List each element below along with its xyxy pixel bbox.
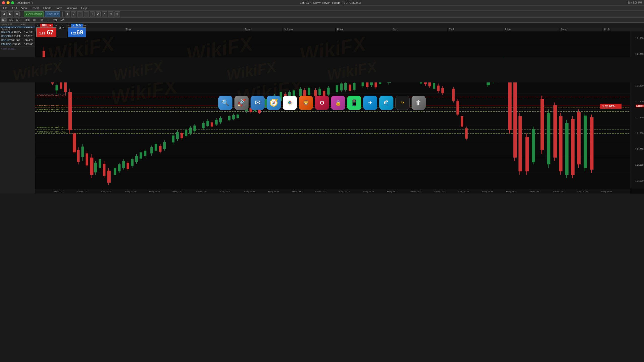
svg-rect-38 (81, 147, 84, 157)
minimize-button[interactable] (7, 1, 10, 4)
svg-rect-214 (553, 105, 557, 158)
menu-file[interactable]: File (1, 6, 10, 10)
time-21: 9 May 23:41 (530, 190, 541, 193)
tf-h1[interactable]: H1 (32, 18, 38, 22)
dock-vpn[interactable]: 🔒 (331, 96, 345, 110)
svg-rect-48 (103, 164, 105, 176)
svg-rect-44 (94, 163, 97, 172)
lot-label: Lot (61, 24, 63, 27)
time-14: 9 May 23:13 (363, 190, 374, 193)
dock-browser2[interactable]: 🌊 (379, 96, 393, 110)
arrow-button[interactable]: ↗ (102, 11, 107, 17)
svg-rect-208 (532, 129, 535, 162)
dock-telegram[interactable]: ✈ (363, 96, 377, 110)
time-1: 9 May 22:17 (54, 190, 65, 193)
crosshair-button[interactable]: ✛ (65, 11, 70, 17)
dock-trash[interactable]: 🗑 (412, 96, 426, 110)
menu-insert[interactable]: Insert (30, 6, 41, 10)
col-type: Type (243, 28, 283, 32)
toolbar-separator-1 (22, 12, 22, 17)
svg-rect-138 (327, 88, 330, 95)
tf-d1[interactable]: D1 (45, 18, 51, 22)
dock-chrome[interactable] (283, 96, 297, 110)
svg-rect-52 (114, 168, 116, 175)
watermark-bottom-4: WikiFX (326, 58, 378, 84)
line-button[interactable]: ╱ (71, 11, 76, 17)
dock-brave[interactable]: 🦁 (299, 96, 313, 110)
dock-opera[interactable]: O (315, 96, 329, 110)
time-19: 9 May 23:33 (482, 190, 493, 193)
svg-rect-42 (90, 158, 94, 175)
dock-launchpad[interactable]: 🚀 (234, 96, 249, 110)
time-20: 9 May 23:37 (506, 190, 517, 193)
forward-button[interactable]: ▶ (8, 11, 13, 17)
close-button[interactable] (2, 1, 5, 4)
dock-mail[interactable]: ✉ (251, 96, 265, 110)
menu-edit[interactable]: Edit (10, 6, 19, 10)
menu-view[interactable]: View (19, 6, 29, 10)
tf-w1[interactable]: W1 (52, 18, 58, 22)
zoom-in-button[interactable]: ⊕ (14, 11, 20, 17)
svg-rect-148 (353, 83, 355, 90)
svg-rect-84 (189, 128, 192, 133)
tf-m30[interactable]: M30 (23, 18, 31, 22)
chart-header: EURUSD,M1 1.21679 1.21669 1.21676 1.2167… (35, 23, 644, 28)
buy-label: BUY (76, 24, 81, 27)
hline-button[interactable]: ─ (77, 11, 83, 17)
tf-m5[interactable]: M5 (8, 18, 14, 22)
autotrading-icon: ▶ (26, 13, 28, 15)
sell-button[interactable]: 1.21 67 (36, 27, 57, 37)
dock-whatsapp[interactable]: 📱 (347, 96, 361, 110)
col-ask: Ask (21, 23, 34, 26)
autotrading-button[interactable]: ▶ AutoTrading (24, 11, 44, 17)
time-15: 9 May 23:17 (387, 190, 398, 193)
symbol-panel: Symbol Bid Ask EURUSD 1.21676 1.21690 15… (0, 23, 35, 194)
maximize-button[interactable] (11, 1, 14, 4)
buy-prefix: 1.21 (71, 32, 76, 35)
app-title: FXChoiceMT5 (16, 1, 33, 4)
svg-rect-26 (56, 85, 58, 90)
vline-button[interactable]: │ (84, 11, 89, 17)
svg-rect-72 (159, 146, 162, 152)
buy-button[interactable]: 1.21 69 (68, 27, 86, 37)
rect-button[interactable]: □ (108, 11, 113, 17)
time-8: 9 May 22:45 (220, 190, 231, 193)
dock-safari[interactable]: 🧭 (267, 96, 281, 110)
svg-rect-144 (344, 83, 347, 90)
watermark-bottom-2: WikiFX (112, 58, 165, 84)
svg-rect-128 (303, 90, 306, 96)
tf-m15[interactable]: M15 (15, 18, 22, 22)
percent-button[interactable]: % (114, 11, 120, 17)
symbol-row-xauusd[interactable]: XAUUSD 1832.73 1833.05 32 (0, 42, 35, 47)
svg-rect-82 (185, 130, 187, 136)
new-order-button[interactable]: New Order (45, 11, 60, 17)
svg-rect-40 (86, 153, 88, 165)
dock-finder[interactable]: 🔍 (218, 96, 232, 110)
menu-window[interactable]: Window (65, 6, 79, 10)
symbol-row-usdchf[interactable]: USDCHF 0.90058 0.90078 20 (0, 34, 35, 38)
tf-mn[interactable]: MN (59, 18, 66, 22)
fib-button[interactable]: ⌇ (90, 11, 95, 17)
symbol-row-usdjpy[interactable]: USDJPY 108.669 108.683 14 (0, 38, 35, 42)
svg-rect-126 (299, 89, 302, 96)
svg-rect-182 (441, 88, 444, 93)
menu-help[interactable]: Help (79, 6, 89, 10)
tf-h4[interactable]: H4 (39, 18, 45, 22)
back-button[interactable]: ◀ (1, 11, 7, 17)
text-button[interactable]: A (96, 11, 101, 17)
col-volume: Volume (283, 28, 336, 32)
menu-charts[interactable]: Charts (41, 6, 53, 10)
price-label-7: 1.21300 (635, 132, 643, 134)
time-22: 9 May 23:45 (553, 190, 564, 193)
dock-fxchoice[interactable]: FX (395, 96, 410, 110)
time-18: 9 May 23:29 (458, 190, 469, 193)
svg-rect-206 (526, 137, 529, 171)
menu-tools[interactable]: Tools (54, 6, 64, 10)
time-24: 9 May 23:53 (601, 190, 612, 193)
svg-rect-134 (318, 89, 321, 95)
tf-m1[interactable]: M1 (1, 18, 7, 22)
svg-rect-46 (99, 159, 101, 168)
svg-rect-62 (135, 156, 138, 162)
svg-rect-68 (150, 147, 153, 154)
add-symbol[interactable]: + click to add... (0, 47, 35, 51)
